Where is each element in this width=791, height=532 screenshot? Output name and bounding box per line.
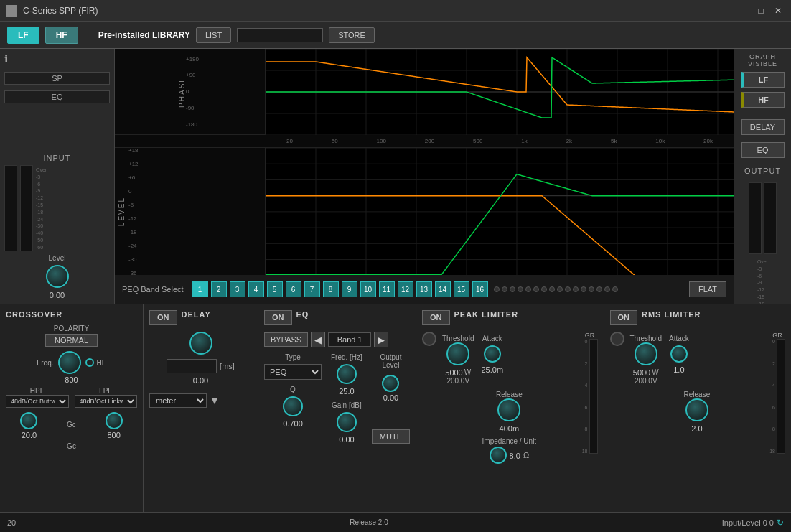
peak-release-knob[interactable] xyxy=(497,398,520,421)
rms-threshold-knob[interactable] xyxy=(635,342,657,365)
eq-on-button[interactable]: ON xyxy=(264,310,292,325)
status-version: Release 2.0 xyxy=(350,518,388,526)
peak-threshold-label: Threshold xyxy=(442,335,474,342)
freq-knob[interactable] xyxy=(337,364,357,384)
rms-limiter-header-row: ON RMS LIMITER xyxy=(610,310,786,325)
band-btn-13[interactable]: 13 xyxy=(416,281,432,297)
band-btn-10[interactable]: 10 xyxy=(360,281,376,297)
store-button[interactable]: STORE xyxy=(329,27,375,43)
lf-tab[interactable]: LF xyxy=(7,27,39,44)
band-btn-4[interactable]: 4 xyxy=(248,281,264,297)
band-btn-9[interactable]: 9 xyxy=(342,281,357,297)
peak-threshold-value: 5000 xyxy=(445,368,462,377)
band-btn-6[interactable]: 6 xyxy=(286,281,301,297)
left-panel: ℹ SP EQ INPUT xyxy=(0,49,115,304)
band-dot xyxy=(541,286,547,292)
rms-attack-knob[interactable] xyxy=(670,345,688,363)
rms-threshold-label: Threshold xyxy=(630,335,662,342)
delay-value-input[interactable]: 0.0 xyxy=(167,359,217,373)
band-dot xyxy=(573,286,579,292)
band-dot xyxy=(565,286,571,292)
status-right-area: Input/Level 0 0 ↻ xyxy=(722,518,784,528)
band-btn-1[interactable]: 1 xyxy=(192,281,208,297)
eq-type-select[interactable]: PEQ xyxy=(264,364,322,380)
band-dot xyxy=(502,286,507,292)
freq-value: 25.0 xyxy=(327,387,366,396)
meter-scale: Over-3-6-9-12-15-18-24-30-40-50-60 xyxy=(36,167,47,251)
output-level-label: Output Level xyxy=(380,353,401,369)
eq-graph-btn[interactable]: EQ xyxy=(741,142,785,158)
band-btn-7[interactable]: 7 xyxy=(304,281,320,297)
impedance-knob[interactable] xyxy=(490,447,507,464)
band-next-button[interactable]: ▶ xyxy=(374,332,388,347)
peak-release-value: 400m xyxy=(442,424,576,433)
band-display: Band 1 xyxy=(328,332,371,347)
band-dot xyxy=(557,286,563,292)
peak-attack-knob[interactable] xyxy=(484,345,501,363)
rms-attack-value: 1.0 xyxy=(669,365,689,374)
eq-tab[interactable]: EQ xyxy=(4,90,110,103)
peak-circle-indicator xyxy=(422,332,436,464)
band-btn-12[interactable]: 12 xyxy=(398,281,413,297)
lpf-freq-knob[interactable] xyxy=(106,412,123,429)
q-knob[interactable] xyxy=(283,396,303,416)
window-title: C-Series SPP (FIR) xyxy=(23,6,734,16)
sp-tab[interactable]: SP xyxy=(4,72,110,85)
level-knob[interactable] xyxy=(46,265,69,288)
band-dot xyxy=(510,286,515,292)
band-btn-2[interactable]: 2 xyxy=(211,281,227,297)
list-button[interactable]: LIST xyxy=(196,27,231,43)
freq-label: Freq. [Hz] xyxy=(327,353,366,361)
band-btn-15[interactable]: 15 xyxy=(454,281,469,297)
peak-gr-col: GR 0246818 xyxy=(582,332,598,464)
band-btn-11[interactable]: 11 xyxy=(379,281,395,297)
crossover-title: CROSSOVER xyxy=(6,310,137,319)
delay-graph-btn[interactable]: DELAY xyxy=(741,119,785,135)
graph-visible-hf[interactable]: HF xyxy=(741,92,785,108)
band-dot xyxy=(525,286,531,292)
meter-unit-select[interactable]: meter feet samples xyxy=(149,393,207,408)
rms-release-knob[interactable] xyxy=(685,398,708,421)
info-icon: ℹ xyxy=(4,53,110,65)
impedance-label: Impedance / Unit xyxy=(442,437,576,445)
library-search-input[interactable] xyxy=(237,28,323,42)
gain-label: Gain [dB] xyxy=(327,401,366,409)
peak-limiter-on-button[interactable]: ON xyxy=(422,310,450,325)
lpf-select[interactable]: 48dB/Oct Linkwitz xyxy=(75,395,138,408)
rms-limiter-on-button[interactable]: ON xyxy=(610,310,638,325)
mute-button[interactable]: MUTE xyxy=(372,429,410,444)
q-label: Q xyxy=(264,386,322,393)
level-graph xyxy=(266,148,734,275)
maximize-button[interactable]: □ xyxy=(754,4,768,18)
hpf-freq-value: 20.0 xyxy=(20,431,37,439)
polarity-value[interactable]: NORMAL xyxy=(45,334,98,347)
hf-tab[interactable]: HF xyxy=(45,27,78,44)
peak-attack-col: Attack 25.0m xyxy=(481,335,503,385)
hpf-select[interactable]: 48dB/Oct Butrwrth xyxy=(6,395,69,408)
delay-on-button[interactable]: ON xyxy=(149,310,177,325)
close-button[interactable]: ✕ xyxy=(771,4,785,18)
gain-knob[interactable] xyxy=(337,412,357,432)
delay-section: ON DELAY 0.0 [ms] 0.00 meter feet sample… xyxy=(144,304,258,512)
refresh-icon[interactable]: ↻ xyxy=(777,518,784,528)
phase-graph xyxy=(266,49,734,135)
band-btn-14[interactable]: 14 xyxy=(435,281,451,297)
band-prev-button[interactable]: ◀ xyxy=(311,332,325,347)
freq-label: Freq. xyxy=(37,359,53,367)
rms-release-value: 2.0 xyxy=(630,424,764,433)
flat-button[interactable]: FLAT xyxy=(689,281,726,297)
minimize-button[interactable]: ─ xyxy=(736,4,751,18)
output-level-knob[interactable] xyxy=(382,375,399,392)
band-btn-3[interactable]: 3 xyxy=(230,281,245,297)
graph-visible-lf[interactable]: LF xyxy=(741,72,785,88)
input-meter-right xyxy=(20,165,33,251)
delay-knob[interactable] xyxy=(189,332,212,355)
band-btn-5[interactable]: 5 xyxy=(267,281,283,297)
band-btn-16[interactable]: 16 xyxy=(472,281,488,297)
band-btn-8[interactable]: 8 xyxy=(323,281,339,297)
peak-threshold-knob[interactable] xyxy=(446,342,469,365)
hpf-freq-knob[interactable] xyxy=(20,412,37,429)
peak-release-label: Release xyxy=(442,391,576,398)
crossover-freq-knob[interactable] xyxy=(58,351,81,374)
bypass-button[interactable]: BYPASS xyxy=(264,332,308,347)
